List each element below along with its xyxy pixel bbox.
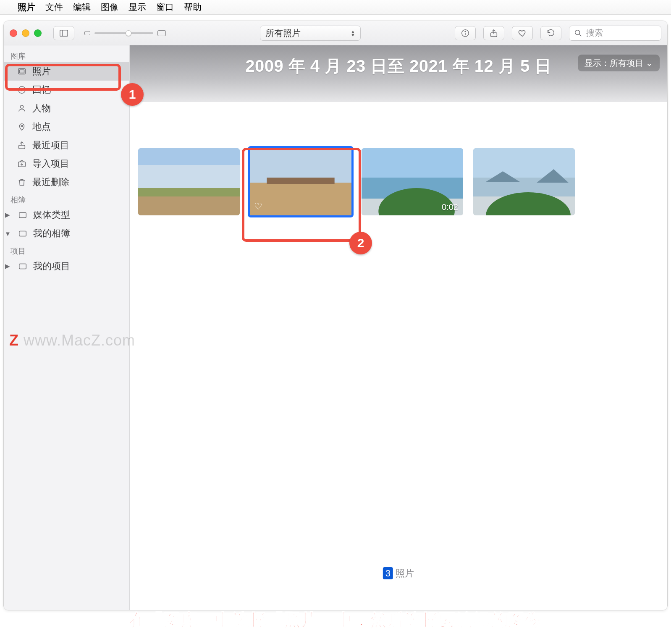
sidebar-item-photos[interactable]: 照片	[4, 62, 129, 81]
close-window-button[interactable]	[10, 29, 17, 37]
dropdown-arrows-icon: ▲▼	[351, 30, 355, 37]
menu-edit[interactable]: 编辑	[73, 1, 91, 13]
view-filter-dropdown[interactable]: 所有照片 ▲▼	[260, 26, 361, 41]
sidebar-item-my-albums[interactable]: ▼ 我的相簿	[4, 224, 129, 243]
svg-rect-16	[19, 213, 26, 218]
photos-icon	[16, 66, 27, 76]
search-icon	[574, 29, 583, 38]
people-icon	[16, 103, 27, 113]
svg-rect-22	[138, 188, 240, 196]
sidebar-item-media-types[interactable]: ▶ 媒体类型	[4, 206, 129, 224]
svg-rect-9	[20, 70, 24, 73]
sidebar-item-label: 回忆	[32, 84, 51, 96]
share-button[interactable]	[483, 26, 504, 40]
search-placeholder: 搜索	[586, 27, 603, 39]
content-area: 2009 年 4 月 23 日至 2021 年 12 月 5 日 显示：所有项目…	[130, 45, 667, 610]
info-button[interactable]	[455, 26, 476, 40]
svg-point-4	[465, 31, 466, 31]
photo-thumbnail[interactable]	[138, 148, 240, 215]
folder-icon	[17, 228, 28, 238]
zoom-out-icon	[84, 31, 90, 35]
sidebar-item-my-projects[interactable]: ▶ 我的项目	[4, 257, 129, 275]
sidebar-section-projects: 项目	[4, 243, 129, 257]
sidebar-item-label: 照片	[32, 65, 51, 78]
show-filter-label: 显示：所有项目	[585, 58, 643, 69]
memories-icon	[16, 85, 27, 95]
svg-point-12	[20, 105, 23, 108]
date-range-title: 2009 年 4 月 23 日至 2021 年 12 月 5 日	[245, 55, 552, 78]
system-menubar: 照片 文件 编辑 图像 显示 窗口 帮助	[0, 0, 671, 15]
app-menu[interactable]: 照片	[18, 1, 35, 13]
window-toolbar: 所有照片 ▲▼ 搜索	[4, 21, 667, 45]
video-duration-label: 0:02	[442, 202, 458, 212]
disclosure-triangle-icon[interactable]: ▶	[5, 262, 10, 270]
tutorial-caption: 在「图库」中选择「照片」中，然后选择要编辑的图像	[0, 608, 671, 631]
favorite-heart-icon: ♡	[254, 201, 262, 212]
svg-rect-18	[19, 264, 26, 269]
svg-rect-24	[250, 183, 351, 215]
show-filter-button[interactable]: 显示：所有项目 ⌄	[578, 55, 660, 71]
svg-rect-17	[19, 231, 26, 236]
photos-window: 所有照片 ▲▼ 搜索 图库 照片	[3, 21, 668, 610]
chevron-down-icon: ⌄	[646, 58, 653, 68]
menu-view[interactable]: 显示	[128, 1, 146, 13]
minimize-window-button[interactable]	[22, 29, 29, 37]
menu-help[interactable]: 帮助	[184, 1, 202, 13]
svg-marker-11	[21, 88, 24, 91]
share-icon	[489, 29, 498, 38]
thumbnail-zoom-slider[interactable]	[84, 30, 166, 36]
sidebar-item-label: 最近项目	[32, 139, 69, 152]
sidebar-item-label: 最近删除	[32, 176, 69, 188]
view-filter-label: 所有照片	[265, 27, 301, 39]
sidebar-item-places[interactable]: 地点	[4, 118, 129, 136]
favorite-button[interactable]	[512, 26, 533, 40]
sidebar-item-label: 人物	[32, 102, 51, 115]
zoom-in-icon	[157, 30, 166, 36]
svg-point-13	[21, 125, 23, 127]
svg-line-7	[579, 34, 582, 36]
menu-file[interactable]: 文件	[45, 1, 63, 13]
photo-thumbnail[interactable]: ♡	[250, 148, 351, 215]
svg-point-6	[575, 30, 580, 34]
disclosure-triangle-icon[interactable]: ▼	[5, 230, 10, 237]
svg-rect-14	[19, 145, 25, 149]
svg-rect-26	[362, 148, 463, 178]
svg-rect-23	[250, 148, 351, 183]
content-header: 2009 年 4 月 23 日至 2021 年 12 月 5 日 显示：所有项目…	[130, 45, 667, 102]
sidebar-item-recently-deleted[interactable]: 最近删除	[4, 173, 129, 191]
svg-rect-20	[138, 165, 240, 188]
svg-rect-29	[473, 148, 575, 178]
trash-icon	[16, 177, 27, 187]
rotate-button[interactable]	[540, 26, 561, 40]
sidebar-item-memories[interactable]: 回忆	[4, 81, 129, 99]
sidebar: 图库 照片 回忆 人物 地点 最近项目	[4, 45, 130, 610]
places-icon	[16, 122, 27, 132]
photo-thumbnail[interactable]	[473, 148, 575, 215]
rotate-icon	[546, 29, 556, 38]
sidebar-item-label: 我的相簿	[33, 227, 70, 240]
recents-icon	[16, 140, 27, 150]
heart-icon	[518, 29, 527, 38]
menu-window[interactable]: 窗口	[156, 1, 174, 13]
zoom-window-button[interactable]	[34, 29, 42, 37]
video-thumbnail[interactable]: 0:02	[362, 148, 463, 215]
sidebar-toggle-button[interactable]	[53, 26, 74, 40]
sidebar-section-library: 图库	[4, 48, 129, 62]
thumbnail-grid: ♡ 0:02	[130, 102, 667, 215]
disclosure-triangle-icon[interactable]: ▶	[5, 211, 10, 219]
imports-icon	[16, 159, 27, 169]
folder-icon	[17, 261, 28, 271]
sidebar-item-label: 我的项目	[33, 260, 70, 272]
search-field[interactable]: 搜索	[569, 26, 661, 41]
sidebar-toggle-icon	[59, 29, 68, 38]
sidebar-item-imports[interactable]: 导入项目	[4, 154, 129, 173]
sidebar-item-recents[interactable]: 最近项目	[4, 136, 129, 154]
svg-rect-0	[60, 30, 68, 36]
sidebar-section-albums: 相簿	[4, 191, 129, 206]
sidebar-item-label: 地点	[32, 120, 51, 133]
folder-icon	[17, 210, 28, 220]
sidebar-item-label: 导入项目	[32, 157, 69, 170]
sidebar-item-people[interactable]: 人物	[4, 99, 129, 118]
menu-image[interactable]: 图像	[101, 1, 118, 13]
window-controls	[10, 29, 42, 37]
